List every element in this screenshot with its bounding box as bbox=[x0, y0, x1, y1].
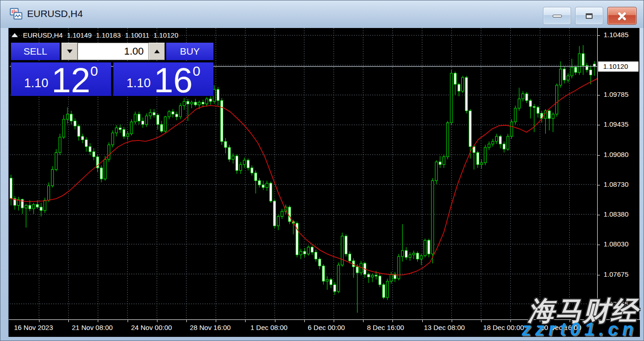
time-axis-label: 8 Dec 16:00 bbox=[367, 324, 404, 331]
sell-price-pips: 12 bbox=[51, 67, 90, 94]
time-axis-label: 6 Dec 00:00 bbox=[308, 324, 345, 331]
time-axis-tick bbox=[510, 320, 511, 322]
minimize-icon bbox=[553, 15, 562, 17]
time-axis-tick bbox=[422, 320, 423, 322]
header-open: 1.10149 bbox=[67, 31, 92, 39]
sell-button[interactable]: SELL bbox=[11, 43, 60, 60]
time-axis-tick bbox=[68, 320, 69, 322]
time-axis-label: 24 Nov 00:00 bbox=[131, 324, 172, 331]
sell-price-quote[interactable]: 1.10 12 0 bbox=[11, 62, 111, 96]
sell-price-major: 1.10 bbox=[24, 76, 49, 90]
buy-price-major: 1.10 bbox=[127, 76, 151, 90]
lot-size-input[interactable] bbox=[78, 43, 149, 60]
price-axis-tick bbox=[598, 155, 600, 156]
mt4-chart-window: EURUSD,H4 EURUSD,H4 1.10149 1.10183 1.10… bbox=[0, 0, 644, 341]
price-axis-tick bbox=[598, 185, 600, 185]
price-axis-label: 1.09785 bbox=[604, 90, 628, 98]
price-axis-label: 1.09080 bbox=[604, 151, 628, 158]
lot-increment-button[interactable] bbox=[149, 43, 165, 60]
price-axis-label: 1.08380 bbox=[604, 210, 628, 218]
chart-window-icon bbox=[10, 8, 22, 20]
price-axis-label: 1.09435 bbox=[604, 120, 628, 128]
price-axis-tick bbox=[598, 125, 600, 125]
ohlc-header: EURUSD,H4 1.10149 1.10183 1.10011 1.1012… bbox=[11, 31, 183, 39]
price-axis[interactable]: 1.104851.097851.094351.090801.087301.083… bbox=[597, 28, 640, 319]
header-low: 1.10011 bbox=[125, 31, 149, 39]
header-high: 1.10183 bbox=[96, 31, 121, 39]
price-axis-tick bbox=[598, 245, 600, 245]
time-axis-tick bbox=[157, 320, 157, 322]
time-axis-tick bbox=[128, 320, 128, 322]
price-axis-tick bbox=[598, 275, 600, 275]
restore-button[interactable] bbox=[575, 7, 603, 25]
restore-icon bbox=[586, 13, 593, 19]
price-axis-tick bbox=[598, 215, 600, 215]
close-button[interactable] bbox=[607, 7, 637, 25]
time-axis-tick bbox=[98, 320, 98, 322]
time-axis-tick bbox=[452, 320, 452, 322]
lot-dropdown-button[interactable] bbox=[62, 43, 78, 60]
time-axis-label: 13 Dec 08:00 bbox=[424, 324, 465, 331]
time-axis-tick bbox=[186, 320, 187, 322]
header-close: 1.10120 bbox=[153, 31, 178, 39]
time-axis-label: 1 Dec 08:00 bbox=[251, 324, 288, 331]
time-axis-tick bbox=[39, 320, 39, 322]
time-axis-tick bbox=[392, 320, 393, 322]
price-axis-tick bbox=[598, 95, 600, 95]
time-axis-tick bbox=[334, 320, 334, 322]
time-axis-tick bbox=[304, 320, 305, 322]
buy-price-pips: 16 bbox=[154, 67, 193, 94]
buy-price-quote[interactable]: 1.10 16 0 bbox=[113, 62, 213, 96]
current-price-tag: 1.10120 bbox=[598, 61, 638, 72]
title-bar[interactable]: EURUSD,H4 bbox=[0, 0, 644, 28]
time-axis-tick bbox=[245, 320, 246, 322]
price-axis-label: 1.10485 bbox=[604, 31, 628, 39]
time-axis-tick bbox=[216, 320, 216, 322]
time-axis-label: 18 Dec 00:00 bbox=[483, 324, 524, 331]
time-axis-label: 28 Nov 16:00 bbox=[190, 324, 230, 331]
sell-price-point: 0 bbox=[90, 63, 98, 79]
one-click-trading-panel: SELL BUY 1.10 12 0 1.10 16 0 bbox=[11, 43, 213, 96]
panel-collapse-icon[interactable] bbox=[11, 33, 18, 37]
buy-price-point: 0 bbox=[193, 63, 201, 79]
time-axis-tick bbox=[481, 320, 482, 322]
price-axis-label: 1.08030 bbox=[604, 240, 628, 248]
minimize-button[interactable] bbox=[543, 7, 571, 25]
time-axis-tick bbox=[275, 320, 275, 322]
window-title: EURUSD,H4 bbox=[27, 8, 83, 19]
time-axis-tick bbox=[363, 320, 364, 322]
price-axis-label: 1.08730 bbox=[604, 180, 628, 188]
time-axis-label: 21 Nov 08:00 bbox=[72, 324, 112, 331]
buy-button[interactable]: BUY bbox=[166, 43, 213, 60]
chart-client-area: EURUSD,H4 1.10149 1.10183 1.10011 1.1012… bbox=[8, 28, 639, 337]
watermark-url: zzrt01.cn bbox=[522, 319, 638, 340]
chevron-down-icon bbox=[67, 50, 73, 53]
header-symbol: EURUSD,H4 bbox=[23, 31, 63, 39]
chevron-up-icon bbox=[154, 50, 160, 53]
price-axis-tick bbox=[598, 35, 600, 36]
price-axis-label: 1.07675 bbox=[604, 270, 628, 278]
time-axis-label: 16 Nov 2023 bbox=[14, 324, 53, 331]
close-icon bbox=[617, 11, 627, 21]
